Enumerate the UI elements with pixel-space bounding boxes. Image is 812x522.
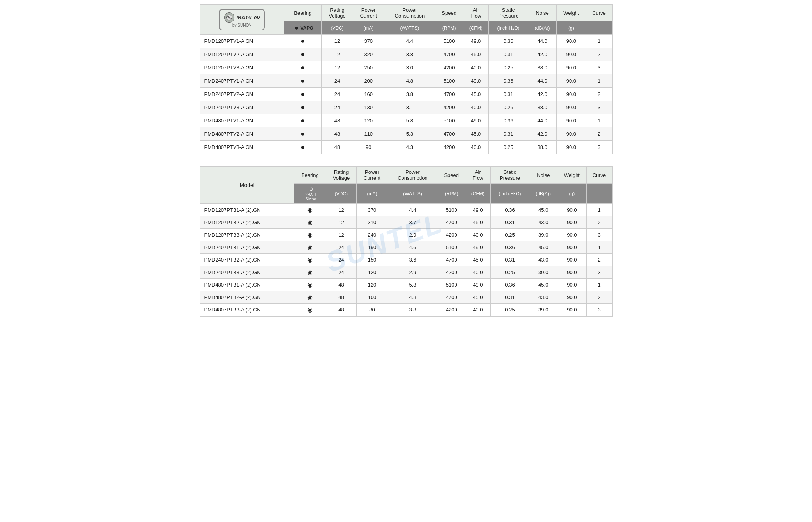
table1-section: MAGLev by SUNON Bearing RatingVoltage Po… <box>200 4 613 154</box>
model-label: Model <box>240 182 255 188</box>
cell-noise: 38.0 <box>528 101 557 114</box>
t2-header-current: PowerCurrent <box>357 167 387 184</box>
cell-airflow: 40.0 <box>465 304 490 316</box>
cell-weight: 90.0 <box>557 241 586 254</box>
cell-voltage: 24 <box>322 88 353 101</box>
cell-power: 5.8 <box>387 279 438 291</box>
t2-subheader-g: (g) <box>557 184 586 204</box>
subheader-curve-empty <box>586 21 612 35</box>
cell-weight: 90.0 <box>557 35 586 48</box>
cell-noise: 39.0 <box>529 266 557 279</box>
cell-weight: 90.0 <box>557 141 586 154</box>
cell-current: 190 <box>357 241 387 254</box>
cell-voltage: 24 <box>322 101 353 114</box>
cell-noise: 43.0 <box>529 254 557 266</box>
cell-model: PMD1207PTV2-A GN <box>200 48 284 61</box>
cell-power: 5.8 <box>384 114 435 127</box>
subheader-inch: (inch-H₂O) <box>489 21 528 35</box>
cell-weight: 90.0 <box>557 127 586 141</box>
table-row: PMD2407PTV2-A GN ● 24 160 3.8 4700 45.0 … <box>200 88 612 101</box>
cell-bearing: ◉ <box>294 204 326 216</box>
cell-voltage: 48 <box>322 127 353 141</box>
cell-curve: 1 <box>586 35 612 48</box>
cell-current: 110 <box>353 127 384 141</box>
cell-airflow: 49.0 <box>463 114 489 127</box>
model-header-cell: Model <box>200 167 294 204</box>
table-row: PMD2407PTV3-A GN ● 24 130 3.1 4200 40.0 … <box>200 101 612 114</box>
cell-pressure: 0.31 <box>490 254 529 266</box>
cell-airflow: 40.0 <box>465 266 490 279</box>
cell-pressure: 0.25 <box>490 266 529 279</box>
cell-pressure: 0.36 <box>489 35 528 48</box>
cell-bearing: ● <box>284 141 321 154</box>
cell-model: PMD4807PTB2-A (2).GN <box>200 291 294 304</box>
t2-header-power: PowerConsumption <box>387 167 438 184</box>
cell-airflow: 45.0 <box>465 254 490 266</box>
cell-power: 2.9 <box>387 266 438 279</box>
cell-curve: 1 <box>586 204 612 216</box>
cell-noise: 42.0 <box>528 127 557 141</box>
cell-noise: 43.0 <box>529 291 557 304</box>
cell-voltage: 48 <box>322 114 353 127</box>
cell-power: 3.1 <box>384 101 435 114</box>
cell-bearing: ● <box>284 88 321 101</box>
table-row: PMD1207PTB3-A (2).GN ◉ 12 240 2.9 4200 4… <box>200 229 612 241</box>
cell-current: 120 <box>353 114 384 127</box>
cell-curve: 2 <box>586 127 612 141</box>
cell-current: 120 <box>357 266 387 279</box>
sunon-label: by SUNON <box>232 23 251 27</box>
cell-weight: 90.0 <box>557 61 586 74</box>
maglev-logo-icon <box>224 12 235 23</box>
table-row: PMD1207PTB2-A (2).GN ◉ 12 310 3.7 4700 4… <box>200 216 612 229</box>
t2-subheader-inch: (inch-H₂O) <box>490 184 529 204</box>
cell-bearing: ● <box>284 114 321 127</box>
header-curve: Curve <box>586 5 612 21</box>
cell-curve: 2 <box>586 254 612 266</box>
cell-model: PMD2407PTB2-A (2).GN <box>200 254 294 266</box>
cell-noise: 44.0 <box>528 35 557 48</box>
cell-current: 370 <box>353 35 384 48</box>
cell-airflow: 40.0 <box>465 229 490 241</box>
table1: MAGLev by SUNON Bearing RatingVoltage Po… <box>200 4 612 154</box>
header-current: PowerCurrent <box>353 5 384 21</box>
table-row: PMD2407PTB2-A (2).GN ◉ 24 150 3.6 4700 4… <box>200 254 612 266</box>
cell-weight: 90.0 <box>557 114 586 127</box>
cell-pressure: 0.25 <box>489 61 528 74</box>
cell-speed: 4200 <box>435 141 463 154</box>
svg-point-2 <box>228 16 230 18</box>
cell-airflow: 49.0 <box>465 204 490 216</box>
subheader-watts: (WATTS) <box>384 21 435 35</box>
cell-current: 370 <box>357 204 387 216</box>
cell-pressure: 0.36 <box>489 114 528 127</box>
t2-header-noise: Noise <box>529 167 557 184</box>
cell-pressure: 0.31 <box>489 88 528 101</box>
table-row: PMD4807PTV2-A GN ● 48 110 5.3 4700 45.0 … <box>200 127 612 141</box>
cell-speed: 4200 <box>438 266 465 279</box>
cell-noise: 38.0 <box>528 141 557 154</box>
cell-airflow: 49.0 <box>463 35 489 48</box>
cell-power: 3.8 <box>384 48 435 61</box>
cell-current: 90 <box>353 141 384 154</box>
logo-box: MAGLev by SUNON <box>219 9 265 30</box>
cell-pressure: 0.31 <box>490 291 529 304</box>
cell-speed: 5100 <box>435 74 463 88</box>
cell-bearing: ● <box>284 48 321 61</box>
cell-curve: 2 <box>586 48 612 61</box>
table2-header-row: Model Bearing RatingVoltage PowerCurrent… <box>200 167 612 184</box>
cell-voltage: 48 <box>326 291 357 304</box>
cell-weight: 90.0 <box>557 101 586 114</box>
cell-airflow: 45.0 <box>465 291 490 304</box>
cell-power: 4.6 <box>387 241 438 254</box>
cell-bearing: ● <box>284 101 321 114</box>
cell-voltage: 48 <box>326 304 357 316</box>
table2-section: SUNTEL Model Bearing RatingVoltage Power… <box>200 166 613 317</box>
subheader-dba: (dB(A)) <box>528 21 557 35</box>
cell-noise: 42.0 <box>528 88 557 101</box>
cell-bearing: ● <box>284 74 321 88</box>
maglev-label: MAGLev <box>236 14 260 21</box>
cell-noise: 44.0 <box>528 74 557 88</box>
cell-model: PMD2407PTV2-A GN <box>200 88 284 101</box>
cell-power: 4.8 <box>384 74 435 88</box>
cell-current: 80 <box>357 304 387 316</box>
subheader-ma: (mA) <box>353 21 384 35</box>
